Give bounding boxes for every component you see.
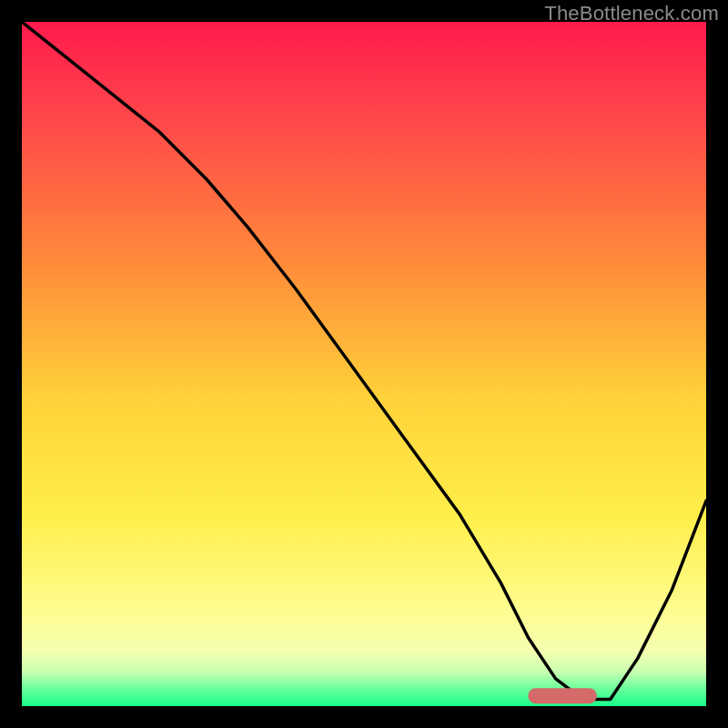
gradient-background xyxy=(22,22,706,706)
watermark-text: TheBottleneck.com xyxy=(544,2,719,25)
chart-frame: TheBottleneck.com xyxy=(0,0,728,728)
chart-svg xyxy=(22,22,706,706)
plot-area xyxy=(22,22,706,706)
optimal-range-marker xyxy=(529,688,597,703)
